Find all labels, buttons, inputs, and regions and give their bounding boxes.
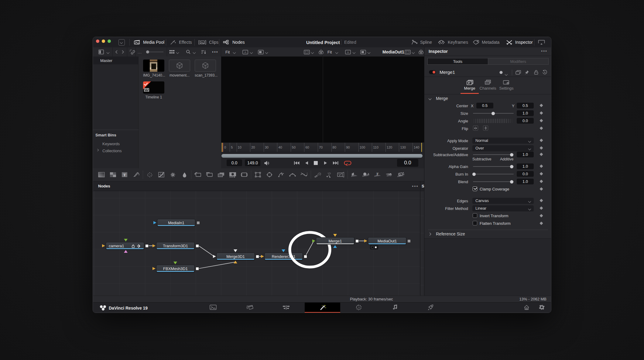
size-slider[interactable]: [473, 113, 514, 114]
back-button[interactable]: [115, 47, 118, 57]
tracker-tool-icon[interactable]: [383, 168, 395, 181]
left-viewer-roi-chevron[interactable]: [311, 47, 314, 57]
camera1-output-port[interactable]: [146, 245, 148, 247]
size-field[interactable]: 1.0: [517, 110, 534, 116]
stop-button[interactable]: [313, 158, 318, 168]
effects-toggle-button[interactable]: Effects: [170, 37, 192, 47]
thumbnail-size-slider[interactable]: [145, 47, 164, 57]
merge3d1-bottom-input-port[interactable]: [234, 261, 237, 263]
pass-through-icon[interactable]: [137, 244, 140, 248]
right-viewer-channel-chevron[interactable]: [353, 47, 356, 57]
current-frame-field[interactable]: 0.0: [397, 159, 418, 167]
particle-render-tool-icon[interactable]: [335, 168, 347, 181]
page-tab-fairlight[interactable]: [377, 303, 413, 312]
lock-node-icon[interactable]: [534, 70, 538, 75]
transform3d1-output-port[interactable]: [196, 245, 199, 247]
keyframe-diamond-icon[interactable]: [540, 199, 543, 202]
node-fbxmesh3d1[interactable]: FBXMesh3D1: [156, 265, 195, 272]
search-icon[interactable]: [186, 47, 191, 57]
filter-method-select[interactable]: Linear: [472, 205, 534, 211]
render-range-start-marker[interactable]: [222, 143, 222, 152]
keyframes-toggle-button[interactable]: Keyframes: [438, 37, 468, 47]
transform-tool-icon[interactable]: [192, 168, 204, 181]
matte-control-tool-icon[interactable]: [227, 168, 238, 181]
camera1-input-port[interactable]: [102, 244, 105, 247]
blend-slider[interactable]: [473, 181, 514, 182]
zoom-window-button[interactable]: [108, 39, 111, 43]
right-viewer-roi-chevron[interactable]: [412, 47, 415, 57]
media-clip-scan[interactable]: scan_17393...: [195, 60, 216, 77]
bspline-mask-tool-icon[interactable]: [287, 168, 298, 181]
node-merge1[interactable]: Merge1: [316, 237, 355, 245]
lock-icon[interactable]: [132, 244, 135, 248]
merge1-bottom-input-port[interactable]: [333, 245, 337, 248]
thumbnail-size-min-icon[interactable]: ...: [138, 47, 142, 57]
media-clip-movement[interactable]: movement...: [169, 60, 190, 77]
invert-transform-checkbox[interactable]: [473, 213, 477, 218]
page-tab-media[interactable]: [195, 303, 231, 312]
camera1-top-input-port[interactable]: [124, 239, 128, 242]
operator-select[interactable]: Over: [472, 145, 534, 151]
mediaout1-input-port[interactable]: [364, 239, 367, 242]
flip-vertical-button[interactable]: [483, 125, 488, 131]
keyframe-diamond-icon[interactable]: [540, 221, 543, 225]
search-options-chevron[interactable]: [193, 47, 196, 57]
media-clip-img[interactable]: IMG_74140...: [143, 60, 164, 77]
merge1-top-input-port[interactable]: [333, 234, 337, 237]
timeline-scrollbar[interactable]: [221, 154, 423, 158]
keyframe-diamond-icon[interactable]: [540, 153, 543, 156]
text-tool-icon[interactable]: T: [119, 168, 130, 181]
alpha-gain-slider[interactable]: [473, 166, 514, 167]
keyframe-diamond-icon[interactable]: [540, 146, 543, 149]
page-tab-color[interactable]: [341, 303, 376, 312]
mediaout1-preview-badge[interactable]: [370, 245, 378, 249]
project-settings-button[interactable]: [533, 303, 550, 312]
keyframe-diamond-icon[interactable]: [540, 111, 543, 115]
blur-tool-icon[interactable]: [179, 168, 190, 181]
inspector-options-icon[interactable]: •••: [541, 49, 547, 53]
particle-modifier-tool-icon[interactable]: [324, 168, 335, 181]
edges-select[interactable]: Canvas: [472, 198, 534, 204]
metadata-toggle-button[interactable]: Metadata: [473, 37, 499, 47]
left-viewer[interactable]: [221, 57, 323, 142]
left-viewer-channel-chevron[interactable]: [250, 47, 253, 57]
collapsed-spline-panel[interactable]: S: [420, 181, 424, 296]
collections-chevron-icon[interactable]: [97, 149, 99, 152]
right-viewer-layout-chevron[interactable]: [368, 47, 371, 57]
nodes-toggle-button[interactable]: Nodes: [223, 37, 245, 47]
minimize-window-button[interactable]: [102, 39, 105, 43]
left-viewer-roi-icon[interactable]: [304, 47, 310, 57]
keyframe-diamond-icon[interactable]: [540, 119, 543, 122]
node-renderer3d1[interactable]: Renderer3D1: [264, 253, 303, 260]
loop-playback-button[interactable]: [344, 158, 351, 168]
nodes-panel-options-icon[interactable]: •••: [412, 183, 419, 189]
brightness-tool-icon[interactable]: [167, 168, 179, 181]
burn-in-slider[interactable]: [473, 174, 514, 174]
page-tab-cut[interactable]: [232, 303, 268, 312]
fastnoise-tool-icon[interactable]: [107, 168, 119, 181]
media-pool-toggle-button[interactable]: Media Pool: [134, 37, 164, 47]
subtab-merge[interactable]: Merge: [460, 79, 479, 91]
merge3d1-output-port[interactable]: [256, 255, 259, 258]
resize-tool-icon[interactable]: [204, 168, 215, 181]
node-graph-canvas[interactable]: MediaIn1 camera1 Transform3D1 Merge3D1: [93, 191, 420, 296]
right-viewer-lut-icon[interactable]: [418, 47, 424, 57]
crop-tool-icon[interactable]: [238, 168, 250, 181]
angle-field[interactable]: 0.0: [517, 118, 534, 124]
forward-button[interactable]: [122, 47, 125, 57]
node-color-chevron[interactable]: [505, 71, 508, 77]
keyframe-diamond-icon[interactable]: [540, 164, 543, 168]
go-to-start-button[interactable]: [294, 158, 300, 168]
grid-view-icon[interactable]: [170, 47, 175, 57]
merge1-output-port[interactable]: [356, 240, 358, 242]
shape-3d-tool-icon[interactable]: [360, 168, 372, 181]
camera1-bottom-input-port[interactable]: [124, 250, 128, 253]
mute-audio-icon[interactable]: [264, 158, 270, 168]
range-start-field[interactable]: 0.0: [227, 159, 242, 166]
color-curves-tool-icon[interactable]: [156, 168, 167, 181]
clean-feed-button[interactable]: [538, 37, 545, 47]
keyframe-diamond-icon[interactable]: [540, 104, 543, 107]
tab-modifiers[interactable]: Modifiers: [488, 58, 549, 64]
reset-history-icon[interactable]: [542, 70, 547, 75]
clamp-coverage-checkbox[interactable]: [473, 187, 477, 191]
